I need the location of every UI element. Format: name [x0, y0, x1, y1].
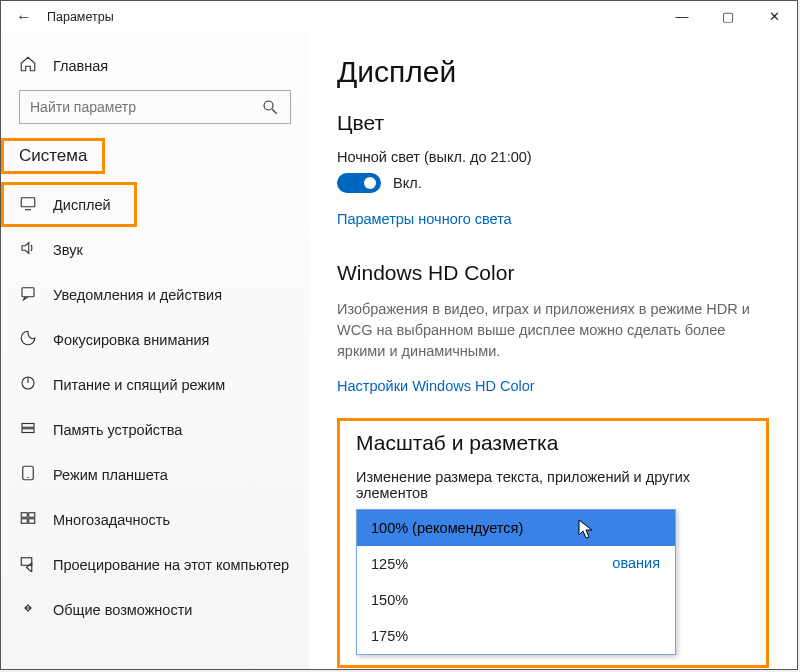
- sidebar-item-power[interactable]: Питание и спящий режим: [1, 362, 309, 407]
- content: Дисплей Цвет Ночной свет (выкл. до 21:00…: [309, 33, 797, 669]
- sidebar-item-label: Фокусировка внимания: [53, 332, 209, 348]
- sidebar-item-label: Память устройства: [53, 422, 182, 438]
- home-link[interactable]: Главная: [1, 45, 309, 90]
- scale-label: Изменение размера текста, приложений и д…: [356, 469, 750, 501]
- sidebar-item-label: Общие возможности: [53, 602, 192, 618]
- sidebar-item-label: Питание и спящий режим: [53, 377, 225, 393]
- night-light-toggle[interactable]: [337, 173, 381, 193]
- sidebar-item-projecting[interactable]: Проецирование на этот компьютер: [1, 542, 309, 587]
- search-icon: [261, 98, 279, 119]
- sound-icon: [19, 239, 37, 260]
- scale-dropdown[interactable]: 100% (рекомендуется) 125% 150% 175%: [356, 509, 676, 655]
- home-label: Главная: [53, 58, 108, 74]
- titlebar: ← Параметры — ▢ ✕: [1, 1, 797, 33]
- window-title: Параметры: [47, 10, 114, 24]
- svg-rect-4: [22, 288, 34, 297]
- search-input[interactable]: [19, 90, 291, 124]
- sidebar-item-sound[interactable]: Звук: [1, 227, 309, 272]
- sidebar-item-label: Многозадачность: [53, 512, 170, 528]
- section-color: Цвет: [337, 111, 769, 135]
- toggle-knob: [364, 177, 376, 189]
- sidebar: Главная Система Дисплей: [1, 33, 309, 669]
- settings-window: ← Параметры — ▢ ✕ Главная Систем: [0, 0, 798, 670]
- sidebar-item-shared[interactable]: Общие возможности: [1, 587, 309, 632]
- focus-icon: [19, 329, 37, 350]
- notifications-icon: [19, 284, 37, 305]
- multitasking-icon: [19, 509, 37, 530]
- toggle-state-label: Вкл.: [393, 175, 422, 191]
- nav: Дисплей Звук Уведомления и действия: [1, 182, 309, 632]
- search-box[interactable]: [19, 90, 291, 124]
- svg-rect-7: [22, 424, 34, 428]
- sidebar-item-display[interactable]: Дисплей: [1, 182, 137, 227]
- svg-rect-14: [29, 519, 35, 524]
- svg-rect-12: [29, 513, 35, 518]
- hd-color-description: Изображения в видео, играх и приложениях…: [337, 299, 769, 362]
- scale-option[interactable]: 100% (рекомендуется): [357, 510, 675, 546]
- close-button[interactable]: ✕: [751, 1, 797, 33]
- scale-section: Масштаб и разметка Изменение размера тек…: [337, 418, 769, 668]
- svg-rect-8: [22, 429, 34, 433]
- projecting-icon: [19, 554, 37, 575]
- home-icon: [19, 55, 37, 76]
- display-icon: [19, 194, 37, 215]
- night-light-toggle-row: Вкл.: [337, 173, 769, 193]
- window-controls: — ▢ ✕: [659, 1, 797, 33]
- svg-rect-11: [21, 513, 27, 518]
- storage-icon: [19, 419, 37, 440]
- night-light-label: Ночной свет (выкл. до 21:00): [337, 149, 769, 165]
- category-heading: Система: [1, 138, 105, 174]
- sidebar-item-focus[interactable]: Фокусировка внимания: [1, 317, 309, 362]
- hd-color-settings-link[interactable]: Настройки Windows HD Color: [337, 378, 535, 394]
- body: Главная Система Дисплей: [1, 33, 797, 669]
- section-scale: Масштаб и разметка: [356, 431, 750, 455]
- sidebar-item-multitasking[interactable]: Многозадачность: [1, 497, 309, 542]
- power-icon: [19, 374, 37, 395]
- shared-icon: [19, 599, 37, 620]
- sidebar-item-label: Режим планшета: [53, 467, 168, 483]
- back-button[interactable]: ←: [1, 8, 47, 26]
- section-hd-color: Windows HD Color: [337, 261, 769, 285]
- sidebar-item-label: Звук: [53, 242, 83, 258]
- sidebar-item-tablet[interactable]: Режим планшета: [1, 452, 309, 497]
- svg-rect-13: [21, 519, 27, 524]
- page-title: Дисплей: [337, 55, 769, 89]
- sidebar-item-label: Проецирование на этот компьютер: [53, 557, 289, 573]
- sidebar-item-label: Дисплей: [53, 197, 111, 213]
- night-light-settings-link[interactable]: Параметры ночного света: [337, 211, 512, 227]
- svg-point-0: [264, 101, 273, 110]
- partial-link-text[interactable]: ования: [612, 555, 660, 571]
- sidebar-item-storage[interactable]: Память устройства: [1, 407, 309, 452]
- scale-option[interactable]: 175%: [357, 618, 675, 654]
- tablet-icon: [19, 464, 37, 485]
- maximize-button[interactable]: ▢: [705, 1, 751, 33]
- sidebar-item-notifications[interactable]: Уведомления и действия: [1, 272, 309, 317]
- sidebar-item-label: Уведомления и действия: [53, 287, 222, 303]
- svg-line-1: [272, 109, 277, 114]
- svg-rect-2: [21, 198, 35, 207]
- scale-option[interactable]: 150%: [357, 582, 675, 618]
- minimize-button[interactable]: —: [659, 1, 705, 33]
